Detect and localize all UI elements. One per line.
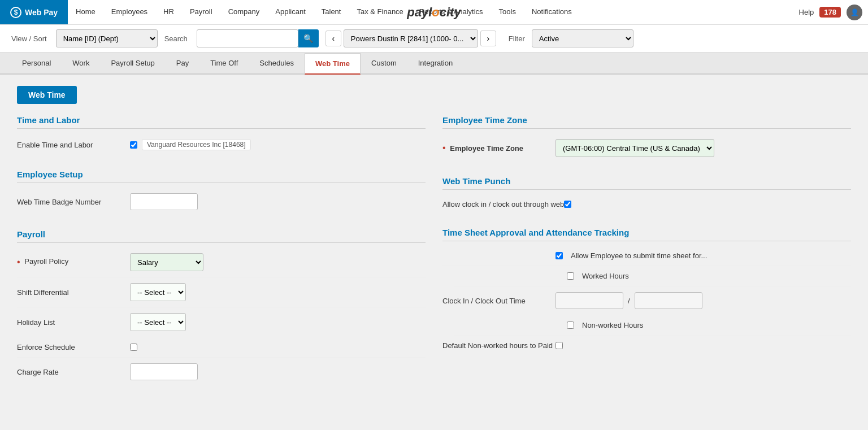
left-column: Time and Labor Enable Time and Labor Van… xyxy=(17,115,426,399)
nav-tools[interactable]: Tools xyxy=(491,0,524,24)
holiday-list-select[interactable]: -- Select -- xyxy=(130,313,186,331)
web-time-punch-title: Web Time Punch xyxy=(442,176,851,190)
clock-web-row: Allow clock in / clock out through web xyxy=(442,194,851,214)
employee-nav-group: ‹ Powers Dustin R [2841] (1000- 0... › xyxy=(326,29,496,47)
enforce-schedule-label: Enforce Schedule xyxy=(17,343,130,351)
tab-schedules[interactable]: Schedules xyxy=(249,53,305,73)
view-sort-select[interactable]: Name [ID] (Dept) xyxy=(56,29,158,47)
view-sort-label: View / Sort xyxy=(11,34,47,43)
employee-tz-title: Employee Time Zone xyxy=(442,115,851,129)
worked-hours-row: Worked Hours xyxy=(454,266,851,286)
default-non-worked-row: Default Non-worked hours to Paid xyxy=(442,336,851,355)
tz-value: (GMT-06:00) Central Time (US & Canada) xyxy=(555,139,851,157)
avatar[interactable]: 👤 xyxy=(847,5,862,20)
clock-in-input[interactable] xyxy=(555,292,623,309)
clock-in-out-value: / xyxy=(555,292,851,309)
shift-diff-label: Shift Differential xyxy=(17,288,130,297)
search-group: 🔍 xyxy=(197,29,319,47)
nav-employees[interactable]: Employees xyxy=(103,0,155,24)
tz-row: • Employee Time Zone (GMT-06:00) Central… xyxy=(442,133,851,163)
payroll-policy-select[interactable]: Salary Hourly xyxy=(130,253,203,271)
worked-hours-checkbox[interactable] xyxy=(567,272,574,280)
holiday-list-value: -- Select -- xyxy=(130,313,426,331)
clock-in-out-label: Clock In / Clock Out Time xyxy=(442,297,555,305)
charge-rate-input[interactable]: 0.0000 xyxy=(130,363,198,380)
filter-label: Filter xyxy=(509,34,525,43)
time-labor-title: Time and Labor xyxy=(17,115,426,129)
help-link[interactable]: Help xyxy=(799,8,814,16)
clock-out-input[interactable] xyxy=(635,292,702,309)
employee-select[interactable]: Powers Dustin R [2841] (1000- 0... xyxy=(344,29,478,47)
payroll-policy-value: Salary Hourly xyxy=(130,253,426,271)
clock-web-checkbox[interactable] xyxy=(564,201,571,208)
enforce-schedule-row: Enforce Schedule xyxy=(17,337,426,358)
nav-notifications[interactable]: Notifications xyxy=(524,0,580,24)
payroll-section: Payroll • Payroll Policy Salary Hourly S… xyxy=(17,229,426,386)
nav-home[interactable]: Home xyxy=(68,0,103,24)
holiday-list-label: Holiday List xyxy=(17,318,130,327)
tab-personal[interactable]: Personal xyxy=(11,53,62,73)
search-input[interactable] xyxy=(197,29,298,47)
default-non-worked-checkbox[interactable] xyxy=(555,342,563,349)
top-bar: $ Web Pay Home Employees HR Payroll Comp… xyxy=(0,0,868,25)
timesheet-title: Time Sheet Approval and Attendance Track… xyxy=(442,228,851,241)
web-pay-button[interactable]: $ Web Pay xyxy=(0,0,68,24)
worked-hours-value: Worked Hours xyxy=(567,272,851,280)
employee-setup-title: Employee Setup xyxy=(17,170,426,183)
badge-number-row: Web Time Badge Number 2841 xyxy=(17,188,426,216)
non-worked-hours-row: Non-worked Hours xyxy=(454,315,851,336)
badge-number-value: 2841 xyxy=(130,193,426,210)
right-column: Employee Time Zone • Employee Time Zone … xyxy=(442,115,851,399)
tz-required-dot: • xyxy=(442,143,446,153)
dollar-icon: $ xyxy=(10,7,21,18)
clock-web-value xyxy=(564,201,851,208)
payroll-policy-row: • Payroll Policy Salary Hourly xyxy=(17,247,426,277)
prev-employee-button[interactable]: ‹ xyxy=(326,31,341,46)
shift-diff-value: -- Select -- xyxy=(130,283,426,301)
web-time-section-button[interactable]: Web Time xyxy=(17,86,77,104)
allow-submit-label: Allow Employee to submit time sheet for.… xyxy=(571,251,707,260)
shift-diff-row: Shift Differential -- Select -- xyxy=(17,277,426,307)
allow-submit-checkbox[interactable] xyxy=(555,252,563,259)
badge-number-input[interactable]: 2841 xyxy=(130,193,198,210)
payroll-policy-label: • Payroll Policy xyxy=(17,257,130,267)
nav-hr[interactable]: HR xyxy=(155,0,182,24)
non-worked-hours-value: Non-worked Hours xyxy=(567,321,851,329)
badge-number-label: Web Time Badge Number xyxy=(17,198,130,206)
filter-select[interactable]: Active Inactive All xyxy=(532,29,633,47)
time-labor-section: Time and Labor Enable Time and Labor Van… xyxy=(17,115,426,156)
paylocity-logo: paylocity xyxy=(407,5,461,20)
charge-rate-row: Charge Rate 0.0000 xyxy=(17,358,426,386)
charge-rate-label: Charge Rate xyxy=(17,368,130,376)
tab-integration[interactable]: Integration xyxy=(407,53,463,73)
enable-time-labor-label: Enable Time and Labor xyxy=(17,141,130,149)
clock-web-label: Allow clock in / clock out through web xyxy=(442,200,564,209)
allow-submit-row: Allow Employee to submit time sheet for.… xyxy=(442,246,851,266)
enforce-schedule-checkbox[interactable] xyxy=(130,344,137,351)
tab-custom[interactable]: Custom xyxy=(361,53,407,73)
nav-talent[interactable]: Talent xyxy=(314,0,349,24)
non-worked-hours-label: Non-worked Hours xyxy=(582,321,643,329)
timezone-select[interactable]: (GMT-06:00) Central Time (US & Canada) xyxy=(555,139,714,157)
tab-pay[interactable]: Pay xyxy=(166,53,199,73)
two-column-layout: Time and Labor Enable Time and Labor Van… xyxy=(17,115,851,399)
search-button[interactable]: 🔍 xyxy=(298,29,319,47)
employee-setup-section: Employee Setup Web Time Badge Number 284… xyxy=(17,170,426,216)
enable-time-labor-checkbox[interactable] xyxy=(130,141,137,149)
tab-payroll-setup[interactable]: Payroll Setup xyxy=(100,53,165,73)
tab-work[interactable]: Work xyxy=(62,53,100,73)
nav-tax-finance[interactable]: Tax & Finance xyxy=(349,0,411,24)
timesheet-section: Time Sheet Approval and Attendance Track… xyxy=(442,228,851,355)
tab-time-off[interactable]: Time Off xyxy=(199,53,249,73)
notification-badge[interactable]: 178 xyxy=(819,7,841,18)
clock-time-inputs: / xyxy=(555,292,702,309)
employee-tz-section: Employee Time Zone • Employee Time Zone … xyxy=(442,115,851,163)
non-worked-hours-checkbox[interactable] xyxy=(567,322,574,329)
nav-payroll[interactable]: Payroll xyxy=(182,0,220,24)
default-non-worked-label: Default Non-worked hours to Paid xyxy=(442,341,555,350)
tab-web-time[interactable]: Web Time xyxy=(305,53,361,75)
next-employee-button[interactable]: › xyxy=(480,31,496,46)
nav-company[interactable]: Company xyxy=(220,0,268,24)
shift-diff-select[interactable]: -- Select -- xyxy=(130,283,186,301)
nav-applicant[interactable]: Applicant xyxy=(267,0,313,24)
